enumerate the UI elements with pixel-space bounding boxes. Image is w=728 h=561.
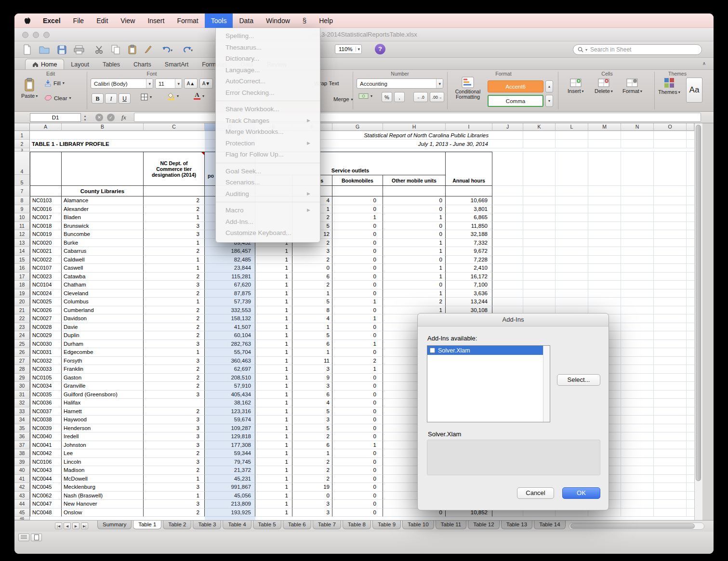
cell[interactable]: Lincoln [62, 458, 144, 467]
cell[interactable]: 7,332 [446, 239, 492, 248]
cell[interactable]: 1 [255, 374, 292, 382]
clear-button[interactable]: Clear▾ [44, 95, 71, 101]
cell[interactable]: 1 [255, 340, 292, 349]
cell[interactable] [687, 323, 694, 332]
cell[interactable]: 4 [292, 399, 332, 407]
cell[interactable] [621, 407, 654, 416]
cell[interactable]: 2 [144, 509, 205, 517]
row-header-28[interactable]: 28 [14, 365, 30, 374]
cell[interactable] [654, 483, 687, 492]
cell[interactable] [621, 441, 654, 450]
cell[interactable]: 0 [332, 289, 383, 298]
cell[interactable]: 3 [292, 365, 332, 374]
cell[interactable]: 2 [292, 256, 332, 264]
cell[interactable] [687, 230, 694, 239]
cell[interactable] [588, 222, 621, 231]
cell[interactable]: NC0037 [30, 407, 62, 416]
cell[interactable] [654, 152, 687, 186]
cell[interactable] [621, 449, 654, 458]
cell[interactable]: 1 [255, 264, 292, 273]
bold-button[interactable]: B [92, 93, 104, 104]
cell[interactable]: NC0017 [30, 213, 62, 222]
cell[interactable]: NC0062 [30, 492, 62, 500]
cell[interactable] [523, 256, 556, 264]
sheet-tab-table-12[interactable]: Table 12 [468, 521, 499, 529]
cell[interactable]: 16,172 [446, 273, 492, 281]
cell[interactable]: 208,510 [205, 374, 255, 382]
tab-tables[interactable]: Tables [96, 59, 127, 69]
cell[interactable]: 2 [292, 281, 332, 289]
cell[interactable] [492, 186, 523, 196]
column-header-K[interactable]: K [523, 123, 556, 131]
cell[interactable]: 45,056 [205, 492, 255, 500]
cell[interactable]: 3 [292, 247, 332, 256]
cell[interactable]: NC0104 [30, 281, 62, 289]
cell[interactable]: NC0021 [30, 247, 62, 256]
cell[interactable]: Franklin [62, 365, 144, 374]
cell[interactable]: 2 [144, 289, 205, 298]
cell[interactable]: 0 [332, 239, 383, 248]
cell[interactable] [556, 281, 588, 289]
last-sheet-button[interactable]: ▶| [81, 522, 88, 529]
cell[interactable] [654, 391, 687, 399]
vertical-scrollbar-thumb[interactable] [696, 125, 701, 481]
cell[interactable]: NC0022 [30, 256, 62, 264]
cell[interactable]: Chatham [62, 281, 144, 289]
cell[interactable]: NC0106 [30, 458, 62, 467]
cell[interactable] [687, 239, 694, 248]
row-header-4[interactable]: 4 [14, 152, 29, 175]
cell[interactable] [621, 509, 654, 517]
sheet-tab-table-11[interactable]: Table 11 [436, 521, 467, 529]
cell[interactable]: 1 [383, 264, 446, 273]
new-workbook-button[interactable] [20, 44, 34, 55]
cell[interactable]: 1 [255, 306, 292, 315]
cell[interactable] [523, 230, 556, 239]
cell[interactable] [492, 205, 523, 214]
cell[interactable] [588, 298, 621, 306]
cell[interactable] [654, 475, 687, 483]
decrease-font-button[interactable]: A▼ [199, 78, 213, 89]
cell[interactable]: Bladen [62, 213, 144, 222]
cell[interactable]: NC0036 [30, 399, 62, 407]
cell[interactable]: 1 [255, 289, 292, 298]
name-box[interactable]: D1 [30, 113, 81, 122]
cell[interactable]: 59,344 [205, 449, 255, 458]
cell[interactable] [588, 289, 621, 298]
cell[interactable] [523, 239, 556, 248]
cell[interactable]: 0 [332, 331, 383, 340]
cell[interactable]: NC0018 [30, 222, 62, 231]
cell[interactable]: 60,104 [205, 331, 255, 340]
cell[interactable]: 87,875 [205, 289, 255, 298]
cell[interactable]: 405,434 [205, 391, 255, 399]
cell[interactable] [144, 399, 205, 407]
cell[interactable] [621, 306, 654, 315]
cell[interactable] [687, 458, 694, 467]
cell[interactable]: 6 [292, 391, 332, 399]
cell[interactable] [492, 140, 523, 148]
cell[interactable] [492, 247, 523, 256]
cell[interactable]: NC0039 [30, 424, 62, 433]
cell[interactable]: NC0024 [30, 289, 62, 298]
cell[interactable]: Madison [62, 466, 144, 475]
cell[interactable]: Caldwell [62, 256, 144, 264]
cell[interactable] [621, 340, 654, 349]
cell[interactable] [621, 213, 654, 222]
cell[interactable] [523, 205, 556, 214]
cell[interactable]: 2 [144, 449, 205, 458]
cell[interactable]: 1 [144, 264, 205, 273]
cell[interactable]: 38,162 [205, 399, 255, 407]
cell[interactable]: NC0029 [30, 331, 62, 340]
cell[interactable]: 1 [292, 323, 332, 332]
undo-dropdown-arrow[interactable]: ▾ [171, 48, 172, 52]
cell[interactable]: Forsyth [62, 357, 144, 365]
cell[interactable] [556, 140, 588, 148]
cell[interactable] [687, 432, 694, 441]
cell[interactable] [492, 273, 523, 281]
paste-button[interactable] [125, 44, 139, 55]
cell[interactable]: 1 [332, 298, 383, 306]
cell[interactable] [654, 222, 687, 231]
row-header-46[interactable]: 46 [14, 517, 30, 520]
cell[interactable] [621, 298, 654, 306]
cell[interactable] [621, 140, 654, 148]
cell[interactable]: 1 [255, 273, 292, 281]
